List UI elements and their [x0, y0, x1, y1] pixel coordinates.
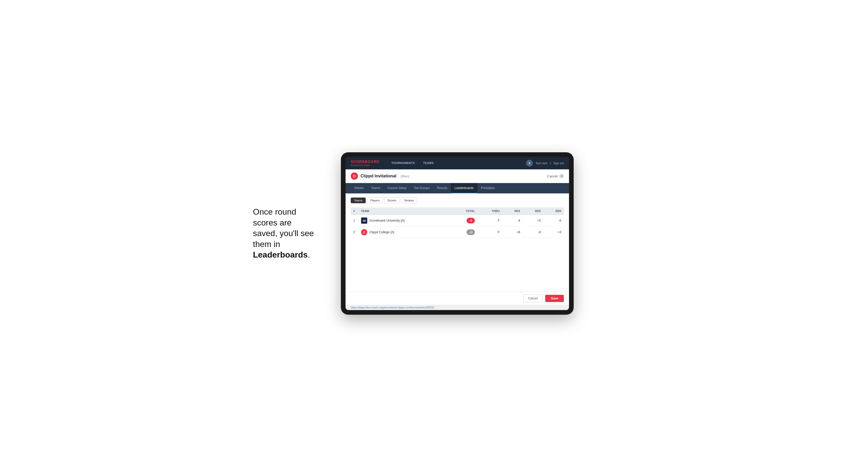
row1-score-badge: -5	[467, 218, 475, 223]
col-team: TEAM	[359, 207, 450, 215]
app-navbar: SCOREBOARD Powered by clippd TOURNAMENTS…	[345, 157, 569, 169]
header-cancel-label: Cancel	[547, 174, 558, 178]
tournament-header: C Clippd Invitational (Men) Cancel ✕	[345, 169, 569, 183]
tab-details[interactable]: Details	[351, 183, 368, 193]
col-rd1: RD1	[502, 207, 523, 215]
row2-total: +3	[450, 226, 477, 238]
filter-strokes-button[interactable]: Strokes	[401, 197, 417, 203]
sidebar-text-line3: saved, you'll see	[253, 228, 314, 238]
tournament-icon: C	[351, 173, 358, 180]
sidebar-text-bold: Leaderboards	[253, 250, 308, 259]
row2-rd1: +8	[502, 226, 523, 238]
table-header-row: # TEAM TOTAL THRU RD1 RD2 RD3	[351, 207, 564, 215]
sidebar-text-line1: Once round	[253, 207, 296, 216]
brand-name: SCOREBOARD	[351, 160, 379, 163]
filter-bar: Teams Players Scores Strokes	[351, 197, 564, 203]
save-button[interactable]: Save	[545, 295, 564, 302]
table-row: 2 C Clippd College [A] +3 F	[351, 226, 564, 238]
brand-logo: SCOREBOARD Powered by clippd	[351, 160, 379, 166]
row1-team: SB Scoreboard University [A]	[359, 215, 450, 226]
row2-rank: 2	[351, 226, 359, 238]
tab-tee-groups[interactable]: Tee Groups	[410, 183, 433, 193]
tournament-info: C Clippd Invitational (Men)	[351, 173, 409, 180]
col-total: TOTAL	[450, 207, 477, 215]
sidebar-description: Once round scores are saved, you'll see …	[253, 207, 326, 260]
nav-username: Test User	[535, 162, 547, 165]
row2-thru: F	[477, 226, 502, 238]
tab-results[interactable]: Results	[433, 183, 451, 193]
status-bar: https://stage-blue-coach.stagescorebord.…	[345, 305, 569, 310]
row2-rd3: +3	[544, 226, 564, 238]
row1-rd2: +5	[523, 215, 543, 226]
sub-navbar: Details Teams Course Setup Tee Groups Re…	[345, 183, 569, 193]
tab-teams[interactable]: Teams	[368, 183, 384, 193]
nav-tournaments[interactable]: TOURNAMENTS	[387, 157, 419, 169]
tablet-screen: SCOREBOARD Powered by clippd TOURNAMENTS…	[345, 157, 569, 310]
header-cancel-button[interactable]: Cancel ✕	[547, 174, 564, 179]
tournament-title: Clippd Invitational	[361, 174, 397, 179]
nav-items: TOURNAMENTS TEAMS	[387, 157, 526, 169]
row2-rd2: -8	[523, 226, 543, 238]
sign-out-button[interactable]: Sign out	[554, 162, 564, 165]
tablet-frame: SCOREBOARD Powered by clippd TOURNAMENTS…	[341, 152, 574, 315]
tab-printables[interactable]: Printables	[477, 183, 498, 193]
row1-thru: F	[477, 215, 502, 226]
row1-rank: 1	[351, 215, 359, 226]
row2-score-badge: +3	[467, 229, 475, 235]
sidebar-text-line2: scores are	[253, 218, 291, 227]
team-logo-sb: SB	[361, 217, 367, 224]
filter-teams-button[interactable]: Teams	[351, 197, 366, 203]
col-rd3: RD3	[544, 207, 564, 215]
app-footer: Cancel Save	[345, 292, 569, 305]
row1-team-name: Scoreboard University [A]	[369, 219, 404, 222]
nav-right: S Test User | Sign out	[526, 160, 564, 166]
tournament-subtitle: (Men)	[401, 174, 409, 178]
filter-scores-button[interactable]: Scores	[384, 197, 400, 203]
col-rd2: RD2	[523, 207, 543, 215]
col-rank: #	[351, 207, 359, 215]
status-url: https://stage-blue-coach.stagescorebord.…	[351, 306, 435, 309]
filter-players-button[interactable]: Players	[367, 197, 383, 203]
team-logo-c: C	[361, 229, 367, 235]
cancel-button[interactable]: Cancel	[523, 294, 542, 302]
leaderboard-table: # TEAM TOTAL THRU RD1 RD2 RD3 1	[351, 207, 564, 238]
close-icon[interactable]: ✕	[559, 174, 564, 179]
sidebar-text-period: .	[308, 250, 310, 259]
row2-team: C Clippd College [A]	[359, 226, 450, 238]
tab-leaderboards[interactable]: Leaderboards	[451, 183, 477, 193]
table-row: 1 SB Scoreboard Universit	[351, 215, 564, 226]
nav-teams[interactable]: TEAMS	[419, 157, 438, 169]
brand-highlight: SCORE	[351, 160, 365, 164]
user-avatar: S	[526, 160, 533, 166]
brand-suffix: BOARD	[365, 160, 379, 164]
tab-course-setup[interactable]: Course Setup	[384, 183, 410, 193]
row1-rd1: -4	[502, 215, 523, 226]
svg-text:SB: SB	[363, 220, 366, 222]
col-thru: THRU	[477, 207, 502, 215]
row1-total: -5	[450, 215, 477, 226]
row1-rd3: -6	[544, 215, 564, 226]
row2-team-name: Clippd College [A]	[369, 230, 394, 234]
brand-powered: Powered by clippd	[351, 164, 379, 166]
sidebar-text-line4: them in	[253, 240, 280, 249]
nav-separator: |	[550, 162, 551, 165]
main-content: Teams Players Scores Strokes # TEAM TOTA…	[345, 193, 569, 292]
